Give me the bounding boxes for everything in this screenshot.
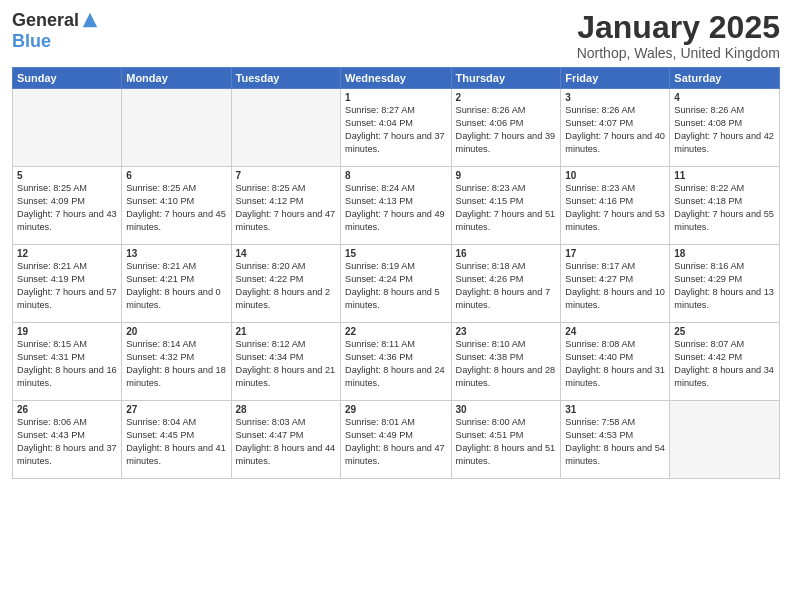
sunset-text: Sunset: 4:47 PM [236,429,336,442]
sunrise-text: Sunrise: 8:14 AM [126,338,226,351]
sunset-text: Sunset: 4:42 PM [674,351,775,364]
day-cell: 31Sunrise: 7:58 AMSunset: 4:53 PMDayligh… [561,401,670,479]
day-detail: Sunrise: 8:26 AMSunset: 4:07 PMDaylight:… [565,104,665,156]
day-cell: 20Sunrise: 8:14 AMSunset: 4:32 PMDayligh… [122,323,231,401]
day-number: 24 [565,326,665,337]
sunrise-text: Sunrise: 8:11 AM [345,338,446,351]
sunrise-text: Sunrise: 8:19 AM [345,260,446,273]
daylight-text: Daylight: 8 hours and 41 minutes. [126,442,226,468]
daylight-text: Daylight: 7 hours and 45 minutes. [126,208,226,234]
sunset-text: Sunset: 4:34 PM [236,351,336,364]
daylight-text: Daylight: 8 hours and 21 minutes. [236,364,336,390]
day-cell: 6Sunrise: 8:25 AMSunset: 4:10 PMDaylight… [122,167,231,245]
day-detail: Sunrise: 7:58 AMSunset: 4:53 PMDaylight:… [565,416,665,468]
sunset-text: Sunset: 4:18 PM [674,195,775,208]
day-detail: Sunrise: 8:14 AMSunset: 4:32 PMDaylight:… [126,338,226,390]
day-detail: Sunrise: 8:01 AMSunset: 4:49 PMDaylight:… [345,416,446,468]
col-saturday: Saturday [670,68,780,89]
day-number: 28 [236,404,336,415]
daylight-text: Daylight: 8 hours and 37 minutes. [17,442,117,468]
day-number: 9 [456,170,557,181]
logo-blue-text: Blue [12,31,51,51]
day-cell [122,89,231,167]
day-detail: Sunrise: 8:25 AMSunset: 4:09 PMDaylight:… [17,182,117,234]
sunrise-text: Sunrise: 8:03 AM [236,416,336,429]
daylight-text: Daylight: 7 hours and 51 minutes. [456,208,557,234]
daylight-text: Daylight: 7 hours and 55 minutes. [674,208,775,234]
sunrise-text: Sunrise: 8:25 AM [236,182,336,195]
day-detail: Sunrise: 8:23 AMSunset: 4:15 PMDaylight:… [456,182,557,234]
daylight-text: Daylight: 8 hours and 2 minutes. [236,286,336,312]
day-number: 18 [674,248,775,259]
daylight-text: Daylight: 7 hours and 42 minutes. [674,130,775,156]
sunrise-text: Sunrise: 8:00 AM [456,416,557,429]
daylight-text: Daylight: 8 hours and 31 minutes. [565,364,665,390]
day-number: 22 [345,326,446,337]
col-monday: Monday [122,68,231,89]
sunset-text: Sunset: 4:43 PM [17,429,117,442]
sunrise-text: Sunrise: 8:04 AM [126,416,226,429]
daylight-text: Daylight: 8 hours and 10 minutes. [565,286,665,312]
day-detail: Sunrise: 8:00 AMSunset: 4:51 PMDaylight:… [456,416,557,468]
sunrise-text: Sunrise: 8:07 AM [674,338,775,351]
day-detail: Sunrise: 8:11 AMSunset: 4:36 PMDaylight:… [345,338,446,390]
daylight-text: Daylight: 7 hours and 40 minutes. [565,130,665,156]
page: General Blue January 2025 Northop, Wales… [0,0,792,612]
day-number: 17 [565,248,665,259]
sunset-text: Sunset: 4:27 PM [565,273,665,286]
sunrise-text: Sunrise: 8:10 AM [456,338,557,351]
day-number: 30 [456,404,557,415]
day-number: 21 [236,326,336,337]
day-detail: Sunrise: 8:04 AMSunset: 4:45 PMDaylight:… [126,416,226,468]
sunset-text: Sunset: 4:26 PM [456,273,557,286]
day-number: 3 [565,92,665,103]
day-detail: Sunrise: 8:10 AMSunset: 4:38 PMDaylight:… [456,338,557,390]
day-detail: Sunrise: 8:15 AMSunset: 4:31 PMDaylight:… [17,338,117,390]
day-number: 4 [674,92,775,103]
day-number: 14 [236,248,336,259]
day-detail: Sunrise: 8:26 AMSunset: 4:06 PMDaylight:… [456,104,557,156]
sunset-text: Sunset: 4:31 PM [17,351,117,364]
sunrise-text: Sunrise: 8:24 AM [345,182,446,195]
col-tuesday: Tuesday [231,68,340,89]
day-cell: 30Sunrise: 8:00 AMSunset: 4:51 PMDayligh… [451,401,561,479]
day-cell: 25Sunrise: 8:07 AMSunset: 4:42 PMDayligh… [670,323,780,401]
sunrise-text: Sunrise: 8:08 AM [565,338,665,351]
day-cell: 5Sunrise: 8:25 AMSunset: 4:09 PMDaylight… [13,167,122,245]
daylight-text: Daylight: 7 hours and 49 minutes. [345,208,446,234]
day-cell [231,89,340,167]
sunset-text: Sunset: 4:10 PM [126,195,226,208]
sunset-text: Sunset: 4:38 PM [456,351,557,364]
daylight-text: Daylight: 8 hours and 7 minutes. [456,286,557,312]
daylight-text: Daylight: 7 hours and 57 minutes. [17,286,117,312]
day-detail: Sunrise: 8:18 AMSunset: 4:26 PMDaylight:… [456,260,557,312]
daylight-text: Daylight: 7 hours and 39 minutes. [456,130,557,156]
title-block: January 2025 Northop, Wales, United King… [577,10,780,61]
day-detail: Sunrise: 8:08 AMSunset: 4:40 PMDaylight:… [565,338,665,390]
day-number: 10 [565,170,665,181]
day-detail: Sunrise: 8:03 AMSunset: 4:47 PMDaylight:… [236,416,336,468]
sunset-text: Sunset: 4:07 PM [565,117,665,130]
day-detail: Sunrise: 8:21 AMSunset: 4:21 PMDaylight:… [126,260,226,312]
sunrise-text: Sunrise: 8:15 AM [17,338,117,351]
week-row-4: 26Sunrise: 8:06 AMSunset: 4:43 PMDayligh… [13,401,780,479]
svg-marker-0 [83,13,97,27]
day-number: 25 [674,326,775,337]
sunset-text: Sunset: 4:19 PM [17,273,117,286]
day-detail: Sunrise: 8:26 AMSunset: 4:08 PMDaylight:… [674,104,775,156]
daylight-text: Daylight: 8 hours and 0 minutes. [126,286,226,312]
day-number: 15 [345,248,446,259]
sunrise-text: Sunrise: 8:26 AM [456,104,557,117]
sunset-text: Sunset: 4:13 PM [345,195,446,208]
sunset-text: Sunset: 4:40 PM [565,351,665,364]
week-row-3: 19Sunrise: 8:15 AMSunset: 4:31 PMDayligh… [13,323,780,401]
sunrise-text: Sunrise: 8:23 AM [456,182,557,195]
day-cell: 19Sunrise: 8:15 AMSunset: 4:31 PMDayligh… [13,323,122,401]
day-number: 5 [17,170,117,181]
calendar-title: January 2025 [577,10,780,45]
day-number: 27 [126,404,226,415]
sunrise-text: Sunrise: 8:12 AM [236,338,336,351]
sunrise-text: Sunrise: 8:23 AM [565,182,665,195]
day-detail: Sunrise: 8:27 AMSunset: 4:04 PMDaylight:… [345,104,446,156]
day-detail: Sunrise: 8:24 AMSunset: 4:13 PMDaylight:… [345,182,446,234]
